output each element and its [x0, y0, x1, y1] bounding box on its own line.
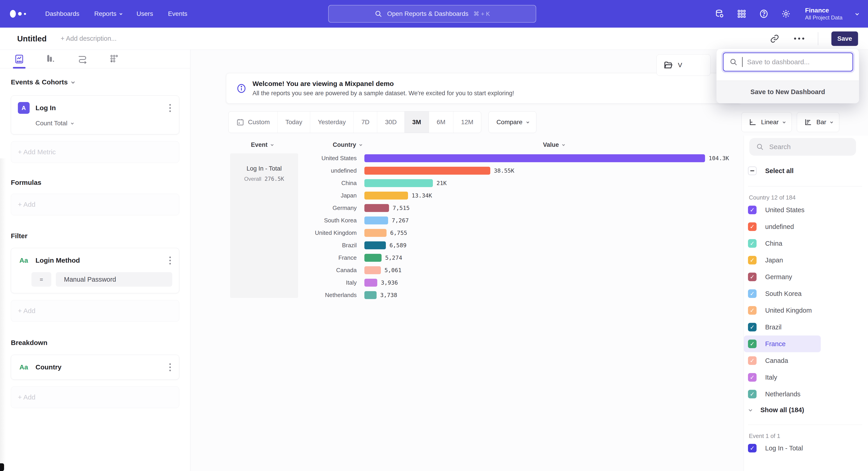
- country-label: Canada: [765, 357, 788, 364]
- legend-country-row-germany[interactable]: ✓Germany: [744, 268, 868, 285]
- apps-grid-icon[interactable]: [737, 8, 747, 19]
- country-checkbox[interactable]: ✓: [748, 289, 756, 298]
- bar-value-label: 3,936: [381, 279, 398, 286]
- bar-segment[interactable]: [364, 179, 433, 187]
- bar-segment[interactable]: [364, 266, 381, 274]
- show-all-button[interactable]: Show all (184): [749, 406, 804, 414]
- nav-item-users[interactable]: Users: [136, 10, 153, 18]
- country-checkbox[interactable]: ✓: [748, 306, 756, 315]
- bar-row-japan: Japan13.34K: [190, 189, 729, 202]
- project-chevron-down-icon[interactable]: [855, 12, 859, 16]
- add-breakdown-button[interactable]: + Add: [11, 386, 179, 408]
- legend-country-row-united-kingdom[interactable]: ✓United Kingdom: [744, 302, 868, 319]
- metric-kebab-icon[interactable]: [168, 103, 172, 113]
- compare-button[interactable]: Compare: [489, 111, 536, 133]
- bar-segment[interactable]: [364, 204, 389, 212]
- metric-card-log-in[interactable]: A Log In Count Total: [11, 95, 179, 135]
- range-3m[interactable]: 3M: [405, 112, 429, 133]
- string-property-badge: Aa: [18, 255, 30, 266]
- save-button[interactable]: Save: [831, 31, 858, 46]
- select-all-checkbox[interactable]: [748, 167, 756, 175]
- event-checkbox[interactable]: ✓: [748, 444, 756, 452]
- project-selector[interactable]: Finance All Project Data: [805, 7, 842, 21]
- add-description-field[interactable]: + Add description...: [61, 35, 116, 42]
- bar-segment[interactable]: [364, 254, 381, 262]
- bar-segment[interactable]: [364, 229, 386, 237]
- country-checkbox[interactable]: ✓: [748, 206, 756, 214]
- scale-selector-linear[interactable]: Linear: [741, 112, 792, 132]
- nav-item-dashboards[interactable]: Dashboards: [45, 10, 79, 18]
- legend-country-row-south-korea[interactable]: ✓South Korea: [744, 285, 868, 302]
- save-to-dashboard-input[interactable]: Save to dashboard...: [723, 53, 853, 71]
- global-search-button[interactable]: Open Reports & Dashboards ⌘ + K: [328, 5, 536, 23]
- tab-flows[interactable]: [77, 50, 88, 68]
- legend-country-row-netherlands[interactable]: ✓Netherlands: [744, 386, 868, 403]
- tab-retention[interactable]: [109, 50, 119, 68]
- country-checkbox[interactable]: ✓: [748, 223, 756, 231]
- report-title[interactable]: Untitled: [17, 34, 46, 43]
- country-checkbox[interactable]: ✓: [748, 273, 756, 281]
- chart-type-selector-bar[interactable]: Bar: [797, 112, 839, 132]
- legend-search-input[interactable]: Search: [749, 138, 856, 156]
- legend-country-row-france[interactable]: ✓France: [744, 335, 821, 352]
- breakdown-kebab-icon[interactable]: [168, 362, 172, 373]
- settings-gear-icon[interactable]: [781, 8, 791, 19]
- country-checkbox[interactable]: ✓: [748, 239, 756, 248]
- bar-segment[interactable]: [364, 154, 705, 162]
- bar-segment[interactable]: [364, 192, 408, 200]
- range-12m[interactable]: 12M: [454, 112, 481, 133]
- legend-country-row-undefined[interactable]: ✓undefined: [744, 218, 868, 235]
- breakdown-card-country[interactable]: Aa Country: [11, 355, 179, 380]
- bar-segment[interactable]: [364, 279, 377, 287]
- legend-country-row-japan[interactable]: ✓Japan: [744, 252, 868, 268]
- more-menu-icon[interactable]: [794, 33, 805, 45]
- country-checkbox[interactable]: ✓: [748, 390, 756, 399]
- add-metric-button[interactable]: + Add Metric: [11, 141, 179, 163]
- copy-link-icon[interactable]: [769, 33, 780, 45]
- filter-operator-selector[interactable]: =: [31, 272, 51, 287]
- aggregation-selector[interactable]: Count Total: [35, 120, 172, 127]
- country-checkbox[interactable]: ✓: [748, 373, 756, 382]
- bar-segment[interactable]: [364, 216, 388, 225]
- country-checkbox[interactable]: ✓: [748, 256, 756, 264]
- column-header-event[interactable]: Event: [251, 140, 273, 150]
- legend-country-row-china[interactable]: ✓China: [744, 235, 868, 252]
- country-checkbox[interactable]: ✓: [748, 356, 756, 365]
- view-sample-datasets-button[interactable]: V: [656, 54, 711, 76]
- bar-category-label: Germany: [190, 205, 364, 211]
- country-checkbox[interactable]: ✓: [748, 323, 756, 331]
- country-checkbox[interactable]: ✓: [748, 340, 756, 348]
- tab-insights[interactable]: [14, 50, 24, 68]
- range-6m[interactable]: 6M: [429, 112, 454, 133]
- legend-country-row-canada[interactable]: ✓Canada: [744, 352, 868, 369]
- bar-segment[interactable]: [364, 167, 490, 175]
- country-label: undefined: [765, 223, 794, 231]
- legend-event-row[interactable]: ✓ Log In - Total: [748, 444, 803, 452]
- bar-segment[interactable]: [364, 291, 377, 299]
- select-all-row[interactable]: Select all: [748, 167, 794, 175]
- legend-country-row-united-states[interactable]: ✓United States: [744, 202, 868, 218]
- help-icon[interactable]: [758, 8, 769, 19]
- add-filter-button[interactable]: + Add: [11, 300, 179, 322]
- events-cohorts-header[interactable]: Events & Cohorts: [11, 78, 179, 86]
- add-formula-button[interactable]: + Add: [11, 194, 179, 215]
- bar-segment[interactable]: [364, 241, 386, 249]
- data-management-icon[interactable]: [714, 8, 725, 19]
- filter-value-selector[interactable]: Manual Password: [56, 272, 172, 287]
- save-to-new-dashboard-button[interactable]: Save to New Dashboard: [717, 81, 859, 103]
- range-custom[interactable]: Custom: [228, 112, 278, 133]
- range-yesterday[interactable]: Yesterday: [310, 112, 354, 133]
- legend-country-row-italy[interactable]: ✓Italy: [744, 369, 868, 386]
- legend-country-row-brazil[interactable]: ✓Brazil: [744, 319, 868, 335]
- mixpanel-logo-icon[interactable]: [10, 10, 37, 18]
- range-today[interactable]: Today: [278, 112, 310, 133]
- range-30d[interactable]: 30D: [377, 112, 404, 133]
- range-7d[interactable]: 7D: [354, 112, 377, 133]
- tab-funnels[interactable]: [46, 50, 56, 68]
- filter-kebab-icon[interactable]: [168, 255, 172, 266]
- filter-card-login-method[interactable]: Aa Login Method = Manual Password: [11, 248, 179, 293]
- column-header-value[interactable]: Value: [543, 140, 564, 150]
- nav-item-events[interactable]: Events: [168, 10, 187, 18]
- nav-item-reports[interactable]: Reports: [94, 10, 122, 18]
- column-header-country[interactable]: Country: [333, 140, 362, 150]
